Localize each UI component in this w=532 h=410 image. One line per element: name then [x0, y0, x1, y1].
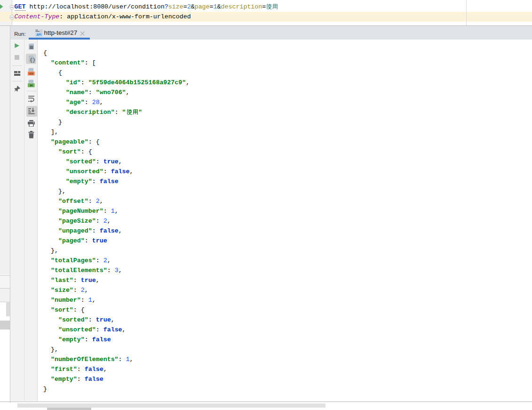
svg-text:API: API: [36, 33, 41, 36]
svg-text:{}: {}: [30, 57, 35, 63]
svg-text:H: H: [30, 83, 33, 88]
svg-text:<>: <>: [29, 71, 33, 75]
